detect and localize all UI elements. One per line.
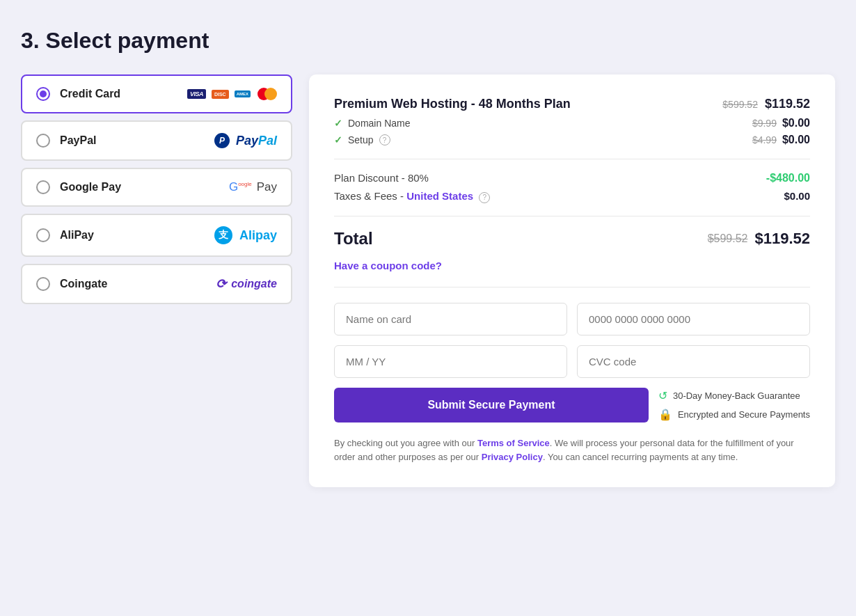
google-pay-logo: Google Pay <box>229 180 277 194</box>
feature-domain-left: ✓ Domain Name <box>334 118 410 129</box>
radio-google-pay <box>36 180 50 194</box>
encrypted-badge: 🔒 Encrypted and Secure Payments <box>658 408 810 421</box>
payment-option-left: Coingate <box>36 277 107 291</box>
divider-1 <box>334 159 810 159</box>
pay-text: Pay <box>257 180 277 194</box>
paypal-label: PayPal <box>60 134 96 147</box>
taxes-row: Taxes & Fees - United States ? $0.00 <box>334 190 810 203</box>
total-price-group: $599.52 $119.52 <box>708 230 810 248</box>
payment-option-credit-card[interactable]: Credit Card VISA DISC AMEX <box>21 74 292 113</box>
money-back-text: 30-Day Money-Back Guarantee <box>673 390 800 401</box>
mastercard-icon <box>257 88 277 100</box>
feature-domain-price: $9.99 $0.00 <box>752 117 810 129</box>
cvc-input[interactable] <box>577 345 810 378</box>
check-domain-icon: ✓ <box>334 118 342 129</box>
coingate-logo: ⟳ coingate <box>216 276 277 292</box>
payment-methods-list: Credit Card VISA DISC AMEX PayPal P PayP… <box>21 74 292 304</box>
domain-price-old: $9.99 <box>752 118 777 129</box>
setup-help-icon[interactable]: ? <box>379 134 390 145</box>
main-layout: Credit Card VISA DISC AMEX PayPal P PayP… <box>21 74 835 487</box>
plan-title: Premium Web Hosting - 48 Months Plan <box>334 97 571 111</box>
money-back-icon: ↺ <box>658 389 667 402</box>
visa-icon: VISA <box>187 89 206 99</box>
card-number-input[interactable] <box>577 303 810 335</box>
feature-domain-name: Domain Name <box>348 118 410 129</box>
plan-row: Premium Web Hosting - 48 Months Plan $59… <box>334 97 810 111</box>
total-row: Total $599.52 $119.52 <box>334 229 810 248</box>
payment-option-left: AliPay <box>36 228 94 242</box>
footer-text: By checking out you agree with our Terms… <box>334 436 810 466</box>
domain-price-new: $0.00 <box>782 117 810 129</box>
submit-payment-button[interactable]: Submit Secure Payment <box>334 388 649 422</box>
discount-row: Plan Discount - 80% -$480.00 <box>334 172 810 184</box>
payment-option-google-pay[interactable]: Google Pay Google Pay <box>21 168 292 207</box>
expiry-input[interactable] <box>334 345 567 378</box>
g-icon: Google <box>229 180 252 194</box>
taxes-country-link[interactable]: United States <box>406 190 473 202</box>
paypal-logo: P PayPal <box>214 133 277 148</box>
alipay-label: AliPay <box>60 229 94 242</box>
discount-amount: -$480.00 <box>766 172 810 184</box>
payment-option-paypal[interactable]: PayPal P PayPal <box>21 120 292 161</box>
encrypted-text: Encrypted and Secure Payments <box>678 409 810 420</box>
card-form: Submit Secure Payment ↺ 30-Day Money-Bac… <box>334 303 810 422</box>
order-panel: Premium Web Hosting - 48 Months Plan $59… <box>309 74 835 487</box>
credit-card-logos: VISA DISC AMEX <box>187 88 277 100</box>
name-on-card-input[interactable] <box>334 303 567 335</box>
radio-credit-card <box>36 87 50 101</box>
terms-link[interactable]: Terms of Service <box>477 438 550 448</box>
action-row: Submit Secure Payment ↺ 30-Day Money-Bac… <box>334 388 810 422</box>
payment-option-left: PayPal <box>36 134 96 148</box>
setup-price-new: $0.00 <box>782 134 810 146</box>
amex-icon: AMEX <box>235 90 251 97</box>
feature-domain-row: ✓ Domain Name $9.99 $0.00 <box>334 117 810 129</box>
plan-price-new: $119.52 <box>765 97 810 111</box>
google-pay-label: Google Pay <box>60 181 121 194</box>
form-row-top <box>334 303 810 335</box>
taxes-label: Taxes & Fees - United States ? <box>334 190 490 203</box>
plan-price-group: $599.52 $119.52 <box>722 97 810 111</box>
payment-option-alipay[interactable]: AliPay 支 Alipay <box>21 214 292 257</box>
paypal-text: PayPal <box>236 134 277 148</box>
taxes-amount: $0.00 <box>784 190 810 203</box>
check-setup-icon: ✓ <box>334 134 342 145</box>
credit-card-label: Credit Card <box>60 88 120 100</box>
page-title: 3. Select payment <box>21 28 835 54</box>
payment-option-left: Credit Card <box>36 87 120 101</box>
paypal-p-icon: P <box>214 133 230 148</box>
discover-icon: DISC <box>212 90 229 99</box>
coupon-link[interactable]: Have a coupon code? <box>334 260 810 271</box>
total-price-old: $599.52 <box>708 232 748 245</box>
plan-price-old: $599.52 <box>722 99 758 110</box>
feature-setup-row: ✓ Setup ? $4.99 $0.00 <box>334 134 810 146</box>
payment-option-coingate[interactable]: Coingate ⟳ coingate <box>21 264 292 304</box>
privacy-link[interactable]: Privacy Policy <box>482 452 543 462</box>
discount-label: Plan Discount - 80% <box>334 172 429 184</box>
alipay-logo: 支 Alipay <box>214 226 277 244</box>
divider-2 <box>334 216 810 216</box>
feature-setup-left: ✓ Setup ? <box>334 134 390 145</box>
form-row-bottom <box>334 345 810 378</box>
radio-alipay <box>36 228 50 242</box>
alipay-text: Alipay <box>239 228 277 243</box>
radio-coingate <box>36 277 50 291</box>
radio-paypal <box>36 134 50 148</box>
feature-setup-price: $4.99 $0.00 <box>752 134 810 146</box>
money-back-badge: ↺ 30-Day Money-Back Guarantee <box>658 389 810 402</box>
security-badges: ↺ 30-Day Money-Back Guarantee 🔒 Encrypte… <box>658 389 810 421</box>
total-price-new: $119.52 <box>754 230 810 248</box>
coingate-icon: ⟳ <box>216 276 225 292</box>
coingate-label: Coingate <box>60 278 107 290</box>
form-divider <box>334 287 810 287</box>
payment-option-left: Google Pay <box>36 180 121 194</box>
setup-price-old: $4.99 <box>752 134 777 145</box>
taxes-help-icon[interactable]: ? <box>479 192 490 203</box>
lock-icon: 🔒 <box>658 408 672 421</box>
alipay-icon: 支 <box>214 226 232 244</box>
total-label: Total <box>334 229 373 248</box>
feature-setup-name: Setup <box>348 134 374 145</box>
coingate-text: coingate <box>231 278 277 290</box>
